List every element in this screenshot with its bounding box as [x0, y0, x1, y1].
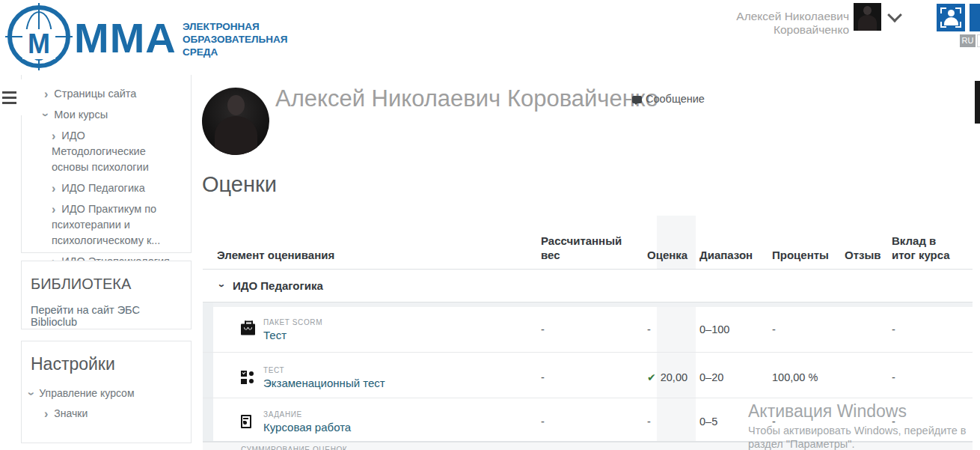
percent-value: -	[772, 323, 845, 335]
language-badge-clipped[interactable]	[977, 34, 980, 47]
chevron-right-icon[interactable]: ›	[52, 128, 55, 144]
chevron-down-icon[interactable]: ›	[38, 113, 54, 117]
nav-label[interactable]: Значки	[54, 407, 88, 419]
assignment-icon	[241, 415, 251, 428]
brand-tagline-line: ОБРАЗОВАТЕЛЬНАЯ	[183, 33, 287, 46]
column-header-contribution: Вклад в итог курса	[892, 234, 963, 269]
weight-value: -	[541, 371, 647, 383]
logo-letter: M	[28, 31, 50, 58]
grade-value: ✔20,00	[647, 371, 699, 383]
table-row: ПАКЕТ SCORM Тест - - 0–100 - -	[203, 307, 973, 353]
sidebar-navigation-card: ›Страницы сайта ›Мои курсы ›ИДО Методоло…	[21, 75, 192, 253]
category-label: ИДО Педагогика	[233, 279, 323, 292]
frame-corner	[955, 22, 961, 28]
grade-value: -	[647, 323, 699, 335]
item-type-label: ТЕСТ	[263, 365, 385, 374]
contribution-value: -	[892, 323, 973, 335]
grade-item-link[interactable]: Экзаменационный тест	[263, 376, 385, 389]
item-type-label: ЗАДАНИЕ	[263, 410, 351, 419]
message-icon[interactable]	[632, 96, 642, 103]
sidebar-item-course-methodology[interactable]: ›ИДО Методологические основы психологии	[22, 126, 191, 178]
windows-activation-watermark-title: Активация Windows	[748, 401, 907, 422]
brand-acronym[interactable]: ММА	[74, 13, 177, 62]
chevron-down-icon[interactable]: ›	[216, 284, 229, 288]
course-nav-list: ›Страницы сайта ›Мои курсы ›ИДО Методоло…	[22, 75, 191, 273]
person-icon	[948, 10, 955, 16]
language-badge-ru[interactable]: RU	[960, 34, 976, 47]
totals-row-label: СУММИРОВАНИЕ ОЦЕНОК	[241, 446, 347, 450]
message-link[interactable]: Сообщение	[646, 93, 705, 105]
nav-label[interactable]: ИДО Педагогика	[61, 182, 144, 194]
brand-tagline-line: ЭЛЕКТРОННАЯ	[183, 20, 287, 33]
brand-tagline: ЭЛЕКТРОННАЯ ОБРАЗОВАТЕЛЬНАЯ СРЕДА	[183, 20, 287, 58]
category-row-pedagogy[interactable]: › ИДО Педагогика	[203, 270, 973, 302]
column-header-grade: Оценка	[647, 248, 699, 269]
chevron-right-icon[interactable]: ›	[44, 86, 48, 102]
chevron-right-icon[interactable]: ›	[52, 180, 55, 196]
item-name-cell: ПАКЕТ SCORM Тест	[203, 307, 541, 352]
column-header-percent: Проценты	[772, 248, 845, 269]
topbar-user-name[interactable]: Алексей Николаевич Коровайченко	[662, 10, 849, 37]
profile-avatar[interactable]	[202, 88, 269, 155]
sidebar-item-course-pedagogy[interactable]: ›ИДО Педагогика	[22, 178, 191, 199]
table-row: ТЕСТ Экзаменационный тест - ✔20,00 0–20 …	[203, 356, 973, 398]
column-header-feedback: Отзыв	[845, 248, 892, 269]
logo-letter-plate: M	[22, 29, 55, 59]
range-value: 0–20	[699, 371, 772, 383]
library-block-title: БИБЛИОТЕКА	[31, 276, 182, 293]
page-title: Оценки	[202, 172, 277, 197]
sidebar-item-badges[interactable]: ›Значки	[44, 407, 191, 421]
nav-label[interactable]: ИДО Методологические основы психологии	[52, 130, 149, 173]
chevron-down-icon[interactable]: ›	[25, 392, 38, 395]
windows-activation-watermark-line: Чтобы активировать Windows, перейдите в	[748, 425, 967, 437]
quiz-icon	[241, 371, 254, 384]
range-value: 0–100	[699, 323, 772, 335]
grades-table-header: Элемент оценивания Рассчитанный вес Оцен…	[203, 216, 973, 270]
chevron-right-icon[interactable]: ›	[52, 201, 55, 217]
scorm-package-icon	[241, 324, 255, 335]
contribution-value: -	[892, 371, 973, 383]
item-name-cell: ЗАДАНИЕ Курсовая работа	[203, 402, 541, 441]
grade-value: -	[647, 416, 699, 428]
column-header-item: Элемент оценивания	[203, 248, 541, 269]
mma-logo-globe-icon[interactable]: M	[7, 5, 70, 68]
user-menu-chevron-down-icon[interactable]	[887, 7, 902, 22]
nav-label[interactable]: ИДО Практикум по психотерапии и психолог…	[52, 203, 160, 246]
windows-activation-watermark-line: раздел "Параметры".	[748, 438, 854, 450]
brand-tagline-line: СРЕДА	[183, 46, 287, 58]
nav-label[interactable]: Мои курсы	[54, 109, 108, 121]
grade-item-link[interactable]: Курсовая работа	[263, 421, 351, 434]
settings-block-title: Настройки	[31, 354, 182, 374]
frame-corner	[940, 22, 946, 28]
nav-drawer-toggle-list-icon[interactable]	[2, 91, 16, 104]
nav-label[interactable]: Страницы сайта	[54, 88, 136, 100]
totals-row-clipped: СУММИРОВАНИЕ ОЦЕНОК	[203, 442, 973, 450]
library-biblioclub-link[interactable]: Перейти на сайт ЭБС Biblioclub	[31, 304, 182, 328]
weight-value: -	[541, 416, 647, 428]
chevron-right-icon[interactable]: ›	[44, 407, 48, 421]
sidebar-item-course-practicum[interactable]: ›ИДО Практикум по психотерапии и психоло…	[22, 199, 191, 252]
contacts-button[interactable]	[937, 4, 965, 31]
percent-value: 100,00 %	[772, 371, 845, 383]
avatar-silhouette	[858, 15, 877, 31]
item-name-cell: ТЕСТ Экзаменационный тест	[203, 356, 541, 398]
sidebar-library-card: БИБЛИОТЕКА Перейти на сайт ЭБС Biblioclu…	[21, 261, 192, 329]
weight-value: -	[541, 323, 647, 335]
grade-item-link[interactable]: Тест	[263, 329, 322, 341]
sidebar-item-course-administration[interactable]: ›Управление курсом	[29, 387, 191, 401]
avatar-silhouette	[863, 6, 872, 15]
avatar-silhouette	[227, 95, 245, 115]
moodle-grades-page: M ММА ЭЛЕКТРОННАЯ ОБРАЗОВАТЕЛЬНАЯ СРЕДА …	[0, 0, 980, 450]
sidebar-item-my-courses[interactable]: ›Мои курсы	[22, 105, 191, 126]
frame-corner	[940, 7, 946, 13]
right-edge-panel-sliver	[975, 81, 980, 124]
nav-label[interactable]: Управление курсом	[39, 387, 134, 399]
grade-number: 20,00	[661, 371, 687, 383]
header-button-clipped[interactable]	[970, 4, 980, 31]
column-header-range: Диапазон	[699, 248, 772, 269]
topbar-user-avatar[interactable]	[854, 3, 881, 31]
item-type-label: ПАКЕТ SCORM	[263, 318, 322, 326]
column-header-weight: Рассчитанный вес	[541, 234, 619, 269]
grade-pass-check-icon: ✔	[647, 371, 656, 383]
sidebar-item-site-pages[interactable]: ›Страницы сайта	[22, 84, 191, 105]
